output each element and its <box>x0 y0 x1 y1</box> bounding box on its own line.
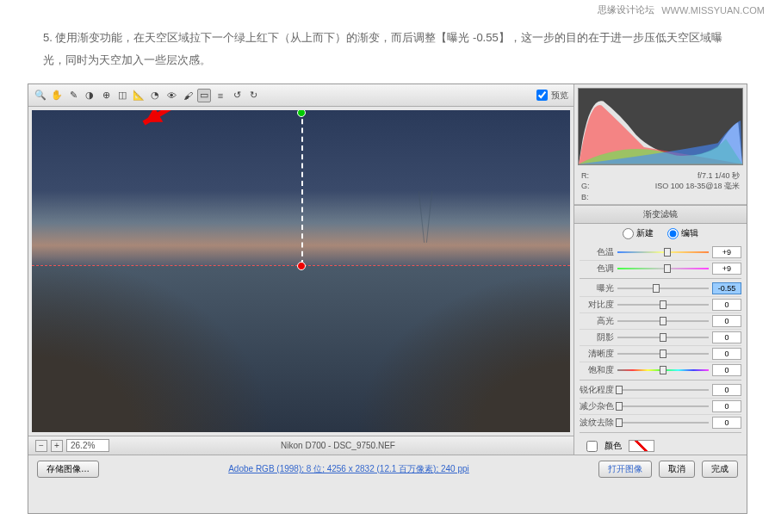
aperture-label: f/7.1 1/40 秒 <box>698 171 740 180</box>
contrast-label: 对比度 <box>580 299 617 311</box>
adjustments-panel: R:G:B: f/7.1 1/40 秒ISO 100 18-35@18 毫米 渐… <box>574 84 747 455</box>
noise-label: 减少杂色 <box>580 400 617 412</box>
open-image-button[interactable]: 打开图像 <box>598 461 652 478</box>
site-name: 思缘设计论坛 <box>598 3 654 16</box>
straighten-tool[interactable]: 📐 <box>132 89 146 102</box>
noise-slider[interactable] <box>617 401 709 411</box>
color-label: 颜色 <box>604 440 622 452</box>
status-bar: − + 26.2% Nikon D700 - DSC_9750.NEF <box>28 436 574 455</box>
filename-label: Nikon D700 - DSC_9750.NEF <box>281 441 395 450</box>
moire-label: 波纹去除 <box>580 417 617 429</box>
rotate-ccw-tool[interactable]: ↺ <box>230 89 244 102</box>
cancel-button[interactable]: 取消 <box>659 461 695 478</box>
sampler-tool[interactable]: ◑ <box>83 89 96 102</box>
tint-slider[interactable] <box>617 263 709 274</box>
gradient-tool[interactable]: ▭ <box>197 89 211 102</box>
shadows-value[interactable]: 0 <box>712 331 741 343</box>
gradient-center-line[interactable] <box>301 110 303 265</box>
toolbar: 🔍 ✋ ✎ ◑ ⊕ ◫ 📐 ◔ 👁 🖌 ▭ ≡ ↺ ↻ 预览 <box>28 84 574 107</box>
brush-tool[interactable]: 🖌 <box>181 89 195 102</box>
saturation-slider[interactable] <box>617 365 709 375</box>
done-button[interactable]: 完成 <box>702 461 738 478</box>
histogram[interactable] <box>578 88 743 165</box>
sharpness-slider[interactable] <box>617 385 709 395</box>
sharpness-value[interactable]: 0 <box>712 384 741 396</box>
instruction-text: 5. 使用渐变功能，在天空区域拉下一个绿上红下（从上而下）的渐变，而后调整【曝光… <box>0 20 775 84</box>
highlights-value[interactable]: 0 <box>712 315 741 327</box>
r-label: R: <box>581 171 589 180</box>
contrast-slider[interactable] <box>617 300 709 310</box>
tint-value[interactable]: +9 <box>712 263 741 275</box>
saturation-value[interactable]: 0 <box>712 364 741 376</box>
zoom-in-button[interactable]: + <box>51 440 63 452</box>
new-radio-label[interactable]: 新建 <box>623 227 654 239</box>
list-tool[interactable]: ≡ <box>214 89 227 102</box>
saturation-label: 饱和度 <box>580 364 617 376</box>
zoom-value[interactable]: 26.2% <box>66 439 109 452</box>
moire-slider[interactable] <box>617 418 709 428</box>
exposure-value[interactable]: -0.55 <box>712 282 741 294</box>
edit-radio-label[interactable]: 编辑 <box>667 227 698 239</box>
gradient-end-handle[interactable] <box>297 262 306 270</box>
footer: 存储图像… Adobe RGB (1998); 8 位; 4256 x 2832… <box>28 455 747 483</box>
g-label: G: <box>581 182 590 190</box>
zoom-out-button[interactable]: − <box>35 440 47 452</box>
color-checkbox[interactable] <box>586 441 598 452</box>
crop-tool[interactable]: ◫ <box>115 89 129 102</box>
clarity-label: 清晰度 <box>580 348 617 360</box>
save-image-button[interactable]: 存储图像… <box>37 461 99 478</box>
sharpness-label: 锐化程度 <box>580 384 617 396</box>
spot-tool[interactable]: ◔ <box>148 89 162 102</box>
camera-raw-window: 🔍 ✋ ✎ ◑ ⊕ ◫ 📐 ◔ 👁 🖌 ▭ ≡ ↺ ↻ 预览 − + 2 <box>28 84 747 514</box>
preview-label: 预览 <box>551 90 568 102</box>
eyedropper-tool[interactable]: ✎ <box>66 89 80 102</box>
panel-title: 渐变滤镜 <box>574 205 747 224</box>
redeye-tool[interactable]: 👁 <box>164 89 178 102</box>
preview-checkbox[interactable] <box>536 90 548 101</box>
gradient-start-handle[interactable] <box>297 110 306 117</box>
clarity-value[interactable]: 0 <box>712 348 741 360</box>
edit-radio[interactable] <box>667 228 679 239</box>
exposure-slider[interactable] <box>617 283 709 294</box>
new-radio[interactable] <box>623 228 634 239</box>
hand-tool[interactable]: ✋ <box>50 89 64 102</box>
zoom-tool[interactable]: 🔍 <box>34 89 47 102</box>
shadows-label: 阴影 <box>580 331 617 343</box>
highlights-label: 高光 <box>580 315 617 327</box>
iso-label: ISO 100 18-35@18 毫米 <box>655 182 740 190</box>
rotate-cw-tool[interactable]: ↻ <box>246 89 260 102</box>
clarity-slider[interactable] <box>617 349 709 359</box>
exposure-label: 曝光 <box>580 282 617 294</box>
color-swatch[interactable] <box>629 440 654 452</box>
workflow-link[interactable]: Adobe RGB (1998); 8 位; 4256 x 2832 (12.1… <box>106 463 592 475</box>
target-tool[interactable]: ⊕ <box>99 89 113 102</box>
image-preview[interactable] <box>32 110 570 432</box>
moire-value[interactable]: 0 <box>712 417 741 429</box>
b-label: B: <box>581 193 589 201</box>
site-url: WWW.MISSYUAN.COM <box>661 5 765 15</box>
contrast-value[interactable]: 0 <box>712 299 741 311</box>
temp-label: 色温 <box>580 246 617 258</box>
temp-slider[interactable] <box>617 247 709 257</box>
noise-value[interactable]: 0 <box>712 400 741 412</box>
tint-label: 色调 <box>580 263 617 275</box>
highlights-slider[interactable] <box>617 316 709 326</box>
temp-value[interactable]: +9 <box>712 246 741 258</box>
shadows-slider[interactable] <box>617 332 709 343</box>
